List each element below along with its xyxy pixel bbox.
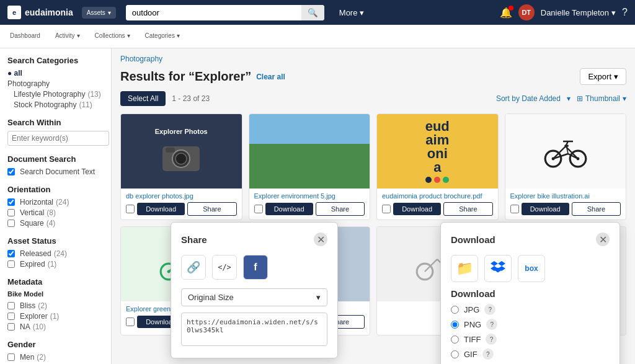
expired-checkbox[interactable] xyxy=(7,260,15,268)
sidebar-item-collections[interactable]: Collections ▾ xyxy=(92,25,133,48)
download-format-tiff[interactable]: TIFF ? xyxy=(451,334,610,345)
sidebar-item-horizontal[interactable]: Horizontal (24) xyxy=(7,198,104,206)
sidebar-item-bliss[interactable]: Bliss (2) xyxy=(7,301,104,310)
card-name[interactable]: Explorer environment 5.jpg xyxy=(254,192,365,200)
card-checkbox[interactable] xyxy=(126,205,135,213)
search-button[interactable]: 🔍 xyxy=(301,5,324,20)
share-button[interactable]: Share xyxy=(572,202,621,216)
download-button[interactable]: Download xyxy=(137,203,185,215)
sidebar-item-na[interactable]: NA (10) xyxy=(7,322,104,331)
sidebar-item-photography[interactable]: Photography xyxy=(7,79,104,88)
horizontal-checkbox[interactable] xyxy=(7,198,15,206)
card-checkbox[interactable] xyxy=(382,205,391,213)
card-info: Explorer bike illustration.ai Download S… xyxy=(505,189,626,220)
search-input[interactable] xyxy=(126,5,301,20)
sidebar-item-categories[interactable]: Categories ▾ xyxy=(143,25,182,48)
sidebar-item-lifestyle[interactable]: Lifestyle Photography (13) xyxy=(14,90,104,99)
sort-chevron-icon: ▾ xyxy=(567,94,571,103)
brand-name: eudaimonia xyxy=(25,7,73,17)
sidebar-item-dashboard[interactable]: Dashboard xyxy=(7,25,43,48)
download-local-button[interactable]: 📁 xyxy=(451,255,478,282)
card-actions: Download Share xyxy=(510,202,621,216)
search-categories-section: Search Categories ● all Photography Life… xyxy=(7,56,104,109)
assets-dropdown-button[interactable]: Assets ▾ xyxy=(82,7,116,19)
share-panel-close-button[interactable]: ✕ xyxy=(314,233,327,246)
men-checkbox[interactable] xyxy=(7,353,15,361)
gif-info-icon[interactable]: ? xyxy=(482,348,494,360)
share-size-chevron-icon: ▾ xyxy=(316,293,321,302)
share-button[interactable]: Share xyxy=(187,202,236,216)
sidebar-item-all[interactable]: ● all xyxy=(7,69,104,78)
sidebar-item-activity[interactable]: Activity ▾ xyxy=(53,25,82,48)
download-format-gif[interactable]: GIF ? xyxy=(451,348,610,360)
sidebar-item-vertical[interactable]: Vertical (8) xyxy=(7,208,104,217)
share-code-button[interactable]: </> xyxy=(212,255,237,280)
square-checkbox[interactable] xyxy=(7,220,15,227)
activity-chevron-icon: ▾ xyxy=(77,32,80,39)
clear-all-button[interactable]: Clear all xyxy=(256,73,285,81)
download-button[interactable]: Download xyxy=(265,203,313,215)
download-box-button[interactable]: box xyxy=(518,255,545,282)
tiff-info-icon[interactable]: ? xyxy=(486,334,497,345)
search-categories-title: Search Categories xyxy=(7,56,104,65)
download-format-png[interactable]: PNG ? xyxy=(451,319,610,330)
download-format-jpg[interactable]: JPG ? xyxy=(451,304,610,315)
results-title-text: Results for “Explorer” xyxy=(120,69,251,84)
share-button[interactable]: Share xyxy=(316,202,365,216)
tiff-radio[interactable] xyxy=(451,335,459,344)
card-name[interactable]: db explorer photos.jpg xyxy=(126,192,237,200)
top-navigation: e eudaimonia Assets ▾ 🔍 More ▾ 🔔 DT Dani… xyxy=(0,0,635,25)
download-dropbox-button[interactable] xyxy=(484,255,512,282)
released-checkbox[interactable] xyxy=(7,250,15,257)
svg-rect-15 xyxy=(564,145,568,147)
brochure-content: eudaimonia xyxy=(425,120,450,183)
help-button[interactable]: ? xyxy=(622,7,628,18)
card-checkbox[interactable] xyxy=(510,205,519,213)
sidebar-item-square[interactable]: Square (4) xyxy=(7,219,104,228)
vertical-checkbox[interactable] xyxy=(7,209,15,216)
orientation-title: Orientation xyxy=(7,185,104,194)
download-button[interactable]: Download xyxy=(522,203,569,215)
sort-button[interactable]: Sort by Date Added ▾ xyxy=(496,94,571,103)
search-within-section: Search Within Go xyxy=(7,118,104,146)
results-grid: Explorer Photos db explorer photos.jpg xyxy=(120,113,626,220)
keyword-input[interactable] xyxy=(7,131,109,146)
export-button[interactable]: Export ▾ xyxy=(580,68,626,85)
sidebar-item-released[interactable]: Released (24) xyxy=(7,249,104,258)
document-search-checkbox[interactable] xyxy=(7,168,15,175)
bliss-checkbox[interactable] xyxy=(7,302,15,309)
sidebar-item-explorer[interactable]: Explorer (1) xyxy=(7,312,104,321)
share-panel-header: Share ✕ xyxy=(181,233,327,246)
breadcrumb[interactable]: Photography xyxy=(120,55,626,63)
results-header: Results for “Explorer” Clear all Export … xyxy=(120,68,626,85)
more-chevron-icon: ▾ xyxy=(360,8,364,17)
jpg-radio[interactable] xyxy=(451,306,459,314)
share-link-button[interactable]: 🔗 xyxy=(181,255,206,280)
download-panel-close-button[interactable]: ✕ xyxy=(596,233,610,246)
select-all-button[interactable]: Select All xyxy=(120,91,166,106)
user-menu-button[interactable]: Danielle Templeton ▾ xyxy=(541,8,616,17)
card-checkbox[interactable] xyxy=(126,317,135,326)
card-checkbox[interactable] xyxy=(254,205,263,213)
card-name[interactable]: eudaimonia product brochure.pdf xyxy=(382,192,493,200)
sidebar-item-document-search[interactable]: Search Document Text xyxy=(7,167,104,176)
png-radio[interactable] xyxy=(451,321,459,329)
card-name[interactable]: Explorer bike illustration.ai xyxy=(510,192,621,200)
sidebar-item-men[interactable]: Men (2) xyxy=(7,353,104,362)
activity-label: Activity xyxy=(55,32,75,39)
share-facebook-button[interactable]: f xyxy=(243,255,268,280)
share-size-dropdown[interactable]: Original Size ▾ xyxy=(181,288,327,306)
explorer-checkbox[interactable] xyxy=(7,313,15,320)
view-toggle-button[interactable]: ⊞ Thumbnail ▾ xyxy=(577,94,626,103)
share-url-field[interactable]: https://eudaimonia.widen.net/s/s0lws345k… xyxy=(181,313,327,346)
png-info-icon[interactable]: ? xyxy=(486,319,497,330)
gif-radio[interactable] xyxy=(451,350,459,358)
na-checkbox[interactable] xyxy=(7,323,15,331)
jpg-info-icon[interactable]: ? xyxy=(484,304,495,315)
notification-bell-button[interactable]: 🔔 xyxy=(500,7,512,19)
sidebar-item-stock[interactable]: Stock Photography (11) xyxy=(14,100,104,109)
share-button[interactable]: Share xyxy=(443,202,492,216)
download-button[interactable]: Download xyxy=(393,203,441,215)
sidebar-item-expired[interactable]: Expired (1) xyxy=(7,260,104,269)
more-button[interactable]: More ▾ xyxy=(334,6,370,20)
